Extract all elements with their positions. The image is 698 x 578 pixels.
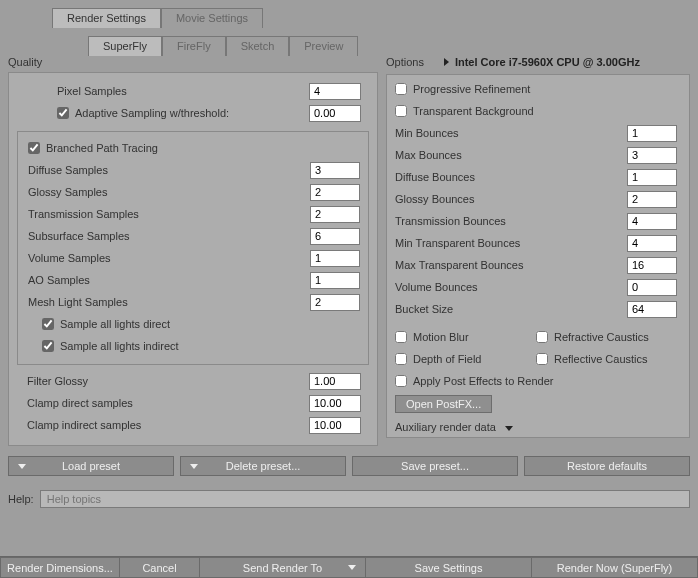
clamp-direct-input[interactable]: [309, 395, 361, 412]
open-postfx-button[interactable]: Open PostFX...: [395, 395, 492, 413]
pixel-samples-input[interactable]: [309, 83, 361, 100]
glossy-bounces-label: Glossy Bounces: [395, 193, 627, 205]
auxiliary-render-data-label[interactable]: Auxiliary render data: [395, 421, 496, 433]
transparent-background-label: Transparent Background: [413, 105, 677, 117]
load-preset-button[interactable]: Load preset: [8, 456, 174, 476]
mesh-light-samples-input[interactable]: [310, 294, 360, 311]
subsurface-samples-label: Subsurface Samples: [28, 230, 310, 242]
branched-path-tracing-label: Branched Path Tracing: [46, 142, 360, 154]
adaptive-threshold-input[interactable]: [309, 105, 361, 122]
transmission-samples-label: Transmission Samples: [28, 208, 310, 220]
pixel-samples-label: Pixel Samples: [57, 85, 309, 97]
min-bounces-label: Min Bounces: [395, 127, 627, 139]
restore-defaults-label: Restore defaults: [567, 460, 647, 472]
apply-post-effects-label: Apply Post Effects to Render: [413, 375, 659, 387]
reflective-caustics-checkbox[interactable]: [536, 353, 548, 365]
sample-all-lights-indirect-checkbox[interactable]: [42, 340, 54, 352]
min-bounces-input[interactable]: [627, 125, 677, 142]
render-dimensions-button[interactable]: Render Dimensions...: [0, 557, 120, 578]
motion-blur-label: Motion Blur: [413, 331, 518, 343]
min-transparent-bounces-label: Min Transparent Bounces: [395, 237, 627, 249]
progressive-refinement-label: Progressive Refinement: [413, 83, 677, 95]
ao-samples-input[interactable]: [310, 272, 360, 289]
tab-movie-settings[interactable]: Movie Settings: [161, 8, 263, 28]
max-transparent-bounces-input[interactable]: [627, 257, 677, 274]
cancel-button[interactable]: Cancel: [120, 557, 200, 578]
render-device-label[interactable]: Intel Core i7-5960X CPU @ 3.00GHz: [455, 56, 640, 68]
restore-defaults-button[interactable]: Restore defaults: [524, 456, 690, 476]
dropdown-icon: [18, 464, 26, 469]
min-transparent-bounces-input[interactable]: [627, 235, 677, 252]
volume-bounces-label: Volume Bounces: [395, 281, 627, 293]
sample-all-lights-indirect-label: Sample all lights indirect: [60, 340, 360, 352]
refractive-caustics-checkbox[interactable]: [536, 331, 548, 343]
cancel-label: Cancel: [142, 562, 176, 574]
save-settings-label: Save Settings: [415, 562, 483, 574]
volume-bounces-input[interactable]: [627, 279, 677, 296]
transmission-bounces-input[interactable]: [627, 213, 677, 230]
volume-samples-input[interactable]: [310, 250, 360, 267]
load-preset-label: Load preset: [62, 460, 120, 472]
clamp-indirect-label: Clamp indirect samples: [27, 419, 309, 431]
render-dimensions-label: Render Dimensions...: [7, 562, 113, 574]
tab-superfly[interactable]: SuperFly: [88, 36, 162, 56]
max-bounces-input[interactable]: [627, 147, 677, 164]
reflective-caustics-label: Reflective Caustics: [554, 353, 659, 365]
help-label: Help:: [8, 493, 34, 505]
tab-render-settings[interactable]: Render Settings: [52, 8, 161, 28]
delete-preset-button[interactable]: Delete preset...: [180, 456, 346, 476]
filter-glossy-input[interactable]: [309, 373, 361, 390]
subsurface-samples-input[interactable]: [310, 228, 360, 245]
render-now-button[interactable]: Render Now (SuperFly): [532, 557, 698, 578]
transmission-samples-input[interactable]: [310, 206, 360, 223]
adaptive-sampling-label: Adaptive Sampling w/threshold:: [75, 107, 309, 119]
help-input[interactable]: [40, 490, 690, 508]
diffuse-bounces-label: Diffuse Bounces: [395, 171, 627, 183]
transparent-background-checkbox[interactable]: [395, 105, 407, 117]
render-now-label: Render Now (SuperFly): [557, 562, 673, 574]
adaptive-sampling-checkbox[interactable]: [57, 107, 69, 119]
depth-of-field-label: Depth of Field: [413, 353, 518, 365]
volume-samples-label: Volume Samples: [28, 252, 310, 264]
clamp-direct-label: Clamp direct samples: [27, 397, 309, 409]
progressive-refinement-checkbox[interactable]: [395, 83, 407, 95]
sample-all-lights-direct-label: Sample all lights direct: [60, 318, 360, 330]
apply-post-effects-checkbox[interactable]: [395, 375, 407, 387]
delete-preset-label: Delete preset...: [226, 460, 301, 472]
clamp-indirect-input[interactable]: [309, 417, 361, 434]
max-bounces-label: Max Bounces: [395, 149, 627, 161]
tab-preview[interactable]: Preview: [289, 36, 358, 56]
save-preset-label: Save preset...: [401, 460, 469, 472]
branched-path-tracing-checkbox[interactable]: [28, 142, 40, 154]
device-collapse-icon[interactable]: [444, 58, 449, 66]
save-preset-button[interactable]: Save preset...: [352, 456, 518, 476]
filter-glossy-label: Filter Glossy: [27, 375, 309, 387]
tab-sketch[interactable]: Sketch: [226, 36, 290, 56]
refractive-caustics-label: Refractive Caustics: [554, 331, 659, 343]
options-title: Options: [386, 56, 424, 68]
bucket-size-input[interactable]: [627, 301, 677, 318]
max-transparent-bounces-label: Max Transparent Bounces: [395, 259, 627, 271]
quality-title: Quality: [8, 56, 378, 68]
save-settings-button[interactable]: Save Settings: [366, 557, 532, 578]
send-render-to-button[interactable]: Send Render To: [200, 557, 366, 578]
depth-of-field-checkbox[interactable]: [395, 353, 407, 365]
transmission-bounces-label: Transmission Bounces: [395, 215, 627, 227]
diffuse-samples-label: Diffuse Samples: [28, 164, 310, 176]
dropdown-icon: [190, 464, 198, 469]
bucket-size-label: Bucket Size: [395, 303, 627, 315]
send-render-to-label: Send Render To: [243, 562, 322, 574]
diffuse-samples-input[interactable]: [310, 162, 360, 179]
glossy-bounces-input[interactable]: [627, 191, 677, 208]
glossy-samples-input[interactable]: [310, 184, 360, 201]
glossy-samples-label: Glossy Samples: [28, 186, 310, 198]
motion-blur-checkbox[interactable]: [395, 331, 407, 343]
chevron-down-icon[interactable]: [505, 426, 513, 431]
tab-firefly[interactable]: FireFly: [162, 36, 226, 56]
sample-all-lights-direct-checkbox[interactable]: [42, 318, 54, 330]
dropdown-icon: [348, 565, 356, 570]
diffuse-bounces-input[interactable]: [627, 169, 677, 186]
ao-samples-label: AO Samples: [28, 274, 310, 286]
mesh-light-samples-label: Mesh Light Samples: [28, 296, 310, 308]
